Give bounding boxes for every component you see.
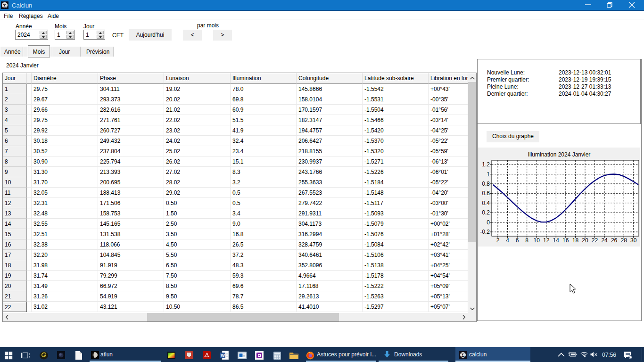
svg-text:1.2: 1.2	[482, 161, 490, 168]
svg-text:0.2: 0.2	[482, 209, 490, 216]
svg-text:1: 1	[487, 171, 490, 178]
svg-text:4: 4	[506, 237, 509, 244]
svg-text:26: 26	[611, 237, 618, 244]
svg-text:6: 6	[516, 237, 519, 244]
svg-text:W: W	[221, 353, 225, 358]
svg-text:-0.2: -0.2	[480, 229, 490, 235]
svg-text:30: 30	[630, 237, 637, 244]
svg-text:0.4: 0.4	[482, 200, 490, 206]
svg-text:0.6: 0.6	[482, 190, 490, 197]
svg-text:14: 14	[553, 237, 560, 244]
svg-text:10: 10	[534, 237, 540, 244]
svg-text:28: 28	[621, 237, 627, 244]
svg-text:18: 18	[572, 237, 579, 244]
svg-text:2: 2	[496, 237, 500, 244]
svg-text:Σ: Σ	[461, 352, 464, 358]
svg-text:Illumination 2024 Janvier: Illumination 2024 Janvier	[528, 151, 591, 158]
svg-text:24: 24	[601, 237, 608, 244]
svg-text:20: 20	[582, 237, 588, 244]
svg-text:8: 8	[525, 237, 528, 244]
svg-text:Σ: Σ	[3, 3, 6, 8]
svg-text:16: 16	[562, 237, 569, 244]
svg-text:12: 12	[543, 237, 550, 244]
svg-text:22: 22	[592, 237, 598, 244]
svg-text:0: 0	[487, 219, 490, 226]
svg-text:0.8: 0.8	[482, 181, 490, 187]
